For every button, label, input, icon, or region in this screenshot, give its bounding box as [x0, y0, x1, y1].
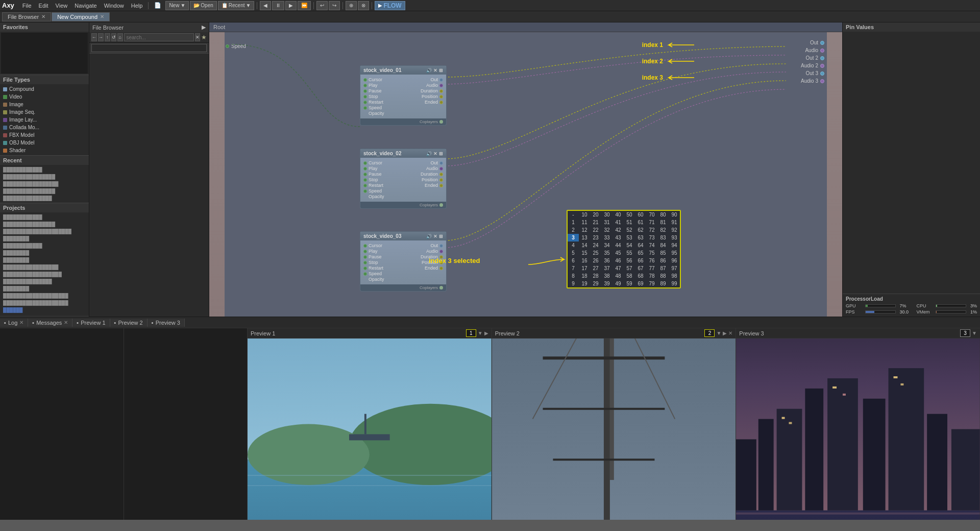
close-log[interactable]: ✕ — [19, 320, 23, 325]
index-picker-cell[interactable]: 46 — [612, 257, 624, 264]
index-picker-cell[interactable]: 18 — [579, 272, 590, 280]
index-picker-cell[interactable]: 48 — [612, 272, 624, 280]
project-item[interactable]: ███████████████ — [1, 278, 88, 285]
file-type-obj[interactable]: OBJ Model — [1, 139, 88, 147]
index-picker-cell[interactable]: 15 — [579, 249, 590, 257]
index-picker-cell[interactable]: 75 — [646, 249, 657, 257]
node-expand-icon-01[interactable]: ⊞ — [439, 68, 443, 73]
index-picker-cell[interactable]: 59 — [624, 280, 635, 287]
index-picker-cell[interactable]: 5 — [568, 249, 579, 257]
fb-star-button[interactable]: ★ — [201, 34, 207, 41]
tb-btn7[interactable]: ⊕ — [346, 1, 357, 10]
menu-window[interactable]: Window — [101, 2, 127, 10]
file-type-fbx[interactable]: FBX Model — [1, 131, 88, 139]
index-picker-cell[interactable]: 74 — [646, 242, 657, 249]
bottom-tab-log[interactable]: ▪ Log ✕ — [0, 319, 28, 327]
index-picker-cell[interactable]: 95 — [669, 249, 680, 257]
tb-btn1[interactable]: ◀ — [260, 1, 271, 10]
preview-1-next[interactable]: ▶ — [484, 330, 488, 336]
index-picker-cell[interactable]: 62 — [635, 226, 646, 234]
index-picker-cell[interactable]: 29 — [590, 280, 601, 287]
fb-refresh-button[interactable]: ↺ — [111, 33, 117, 41]
index-picker-cell[interactable]: 85 — [657, 249, 669, 257]
fb-path-input[interactable] — [91, 44, 207, 52]
index-picker-cell[interactable]: 11 — [579, 219, 590, 226]
project-item[interactable]: █████████████████████ — [1, 228, 88, 235]
index-picker-cell[interactable]: 23 — [590, 234, 601, 242]
index-picker-cell[interactable]: 12 — [579, 226, 590, 234]
project-item[interactable]: ██████████████████████ — [1, 313, 88, 314]
file-type-image-lay[interactable]: Image Lay... — [1, 116, 88, 124]
index-picker-cell[interactable]: 79 — [646, 280, 657, 287]
tb-btn6[interactable]: ↪ — [329, 1, 340, 10]
bottom-tab-messages[interactable]: ▪ Messages ✕ — [28, 319, 72, 327]
file-type-video[interactable]: Video — [1, 93, 88, 101]
index-picker-cell[interactable]: 36 — [601, 257, 612, 264]
index-picker-cell[interactable]: 17 — [579, 264, 590, 272]
index-picker-cell[interactable]: 37 — [601, 264, 612, 272]
close-tab-1[interactable]: ✕ — [100, 14, 104, 19]
recent-item-1[interactable]: ████████████ — [1, 166, 88, 173]
preview-2-num[interactable]: 2 — [704, 329, 715, 337]
recent-item-3[interactable]: █████████████████ — [1, 180, 88, 187]
tb-btn5[interactable]: ↩ — [316, 1, 328, 10]
preview-1-num[interactable]: 1 — [466, 329, 476, 337]
node-stock-video-01[interactable]: stock_video_01 🔊 ✕ ⊞ Cursor Out — [360, 65, 447, 126]
index-picker-cell[interactable]: 3 — [568, 234, 579, 242]
project-item[interactable]: █████████████████ — [1, 263, 88, 271]
canvas-area[interactable]: Root Speed — [209, 22, 842, 317]
index-picker-cell[interactable]: 57 — [624, 264, 635, 272]
project-item[interactable]: ████████████████ — [1, 221, 88, 228]
index-picker-cell[interactable]: 25 — [590, 249, 601, 257]
index-picker-cell[interactable]: 16 — [579, 257, 590, 264]
project-item[interactable]: ████████ — [1, 256, 88, 263]
bottom-tab-preview1[interactable]: ▪ Preview 1 — [72, 319, 110, 327]
node-close-icon-01[interactable]: ✕ — [433, 68, 437, 73]
index-picker-cell[interactable]: 35 — [601, 249, 612, 257]
close-tab-0[interactable]: ✕ — [41, 14, 45, 19]
tab-new-compound[interactable]: New Compound ✕ — [52, 12, 110, 21]
file-type-image-seq[interactable]: Image Seq. — [1, 108, 88, 116]
tab-file-browser[interactable]: File Browser ✕ — [2, 12, 51, 21]
project-item[interactable]: ████████████ — [1, 242, 88, 249]
index-picker-cell[interactable]: 96 — [669, 257, 680, 264]
index-picker-cell[interactable]: 93 — [669, 234, 680, 242]
index-picker-cell[interactable]: 40 — [612, 211, 624, 219]
node-expand-icon-03[interactable]: ⊞ — [439, 234, 443, 239]
project-item[interactable]: ████████ — [1, 249, 88, 256]
index-picker-cell[interactable]: 60 — [635, 211, 646, 219]
index-picker-cell[interactable]: 22 — [590, 226, 601, 234]
new-button[interactable]: New ▼ — [165, 1, 189, 10]
fb-home-button[interactable]: ⌂ — [117, 33, 123, 41]
project-item[interactable]: ████████████████████ — [1, 292, 88, 299]
preview-2-close[interactable]: ✕ — [728, 330, 732, 336]
index-picker-cell[interactable]: 27 — [590, 264, 601, 272]
file-type-shader[interactable]: Shader — [1, 147, 88, 154]
index-picker-cell[interactable]: 4 — [568, 242, 579, 249]
fb-back-button[interactable]: ← — [91, 33, 97, 41]
index-picker-cell[interactable]: 47 — [612, 264, 624, 272]
menu-navigate[interactable]: Navigate — [71, 2, 100, 10]
index-picker-cell[interactable]: 94 — [669, 242, 680, 249]
index-picker-cell[interactable]: 31 — [601, 219, 612, 226]
recent-item-2[interactable]: ████████████████ — [1, 173, 88, 180]
index-picker-cell[interactable]: 52 — [624, 226, 635, 234]
index-picker-cell[interactable]: 72 — [646, 226, 657, 234]
fb-up-button[interactable]: ↑ — [105, 33, 110, 41]
fb-expand-icon[interactable]: ▶ — [202, 24, 206, 31]
index-picker-cell[interactable]: 8 — [568, 272, 579, 280]
index-picker-cell[interactable]: 38 — [601, 272, 612, 280]
menu-file[interactable]: File — [19, 2, 35, 10]
index-picker-cell[interactable]: 84 — [657, 242, 669, 249]
node-audio-icon-01[interactable]: 🔊 — [426, 68, 432, 73]
index-picker-cell[interactable]: 13 — [579, 234, 590, 242]
index-picker-cell[interactable]: 6 — [568, 257, 579, 264]
index-picker-cell[interactable]: 76 — [646, 257, 657, 264]
menu-edit[interactable]: Edit — [36, 2, 52, 10]
index-picker-cell[interactable]: 89 — [657, 280, 669, 287]
fb-clear-button[interactable]: ✕ — [195, 33, 201, 41]
index-picker-cell[interactable]: 54 — [624, 242, 635, 249]
index-picker-cell[interactable]: 66 — [635, 257, 646, 264]
index-picker-cell[interactable]: 58 — [624, 272, 635, 280]
index-picker-cell[interactable]: 45 — [612, 249, 624, 257]
